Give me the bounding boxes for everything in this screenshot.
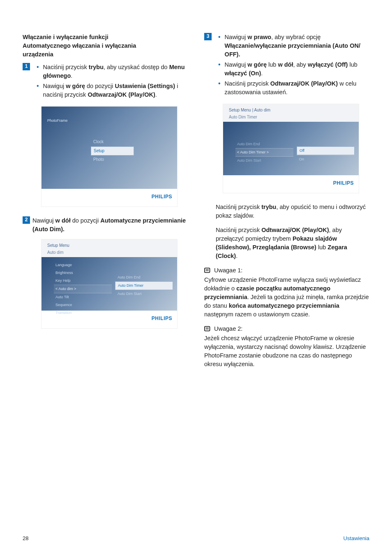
menu-item: Transition bbox=[54, 309, 112, 317]
menu-item: Key Help bbox=[54, 277, 112, 285]
note-label: Uwagae 1: bbox=[214, 266, 242, 275]
philips-logo: PHILIPS bbox=[333, 180, 354, 186]
paragraph: Naciśnij przycisk trybu, aby opuścić to … bbox=[216, 203, 369, 220]
bullet-icon: • bbox=[37, 82, 39, 99]
menu-item: Clock bbox=[91, 138, 134, 146]
menu-item: Auto Dim Start bbox=[115, 290, 173, 298]
step-number-badge: 2 bbox=[23, 216, 30, 224]
menu-item: On bbox=[297, 155, 355, 163]
step-text: Nawiguj w górę do pozycji Ustawienia (Se… bbox=[43, 82, 188, 99]
step-text: Naciśnij przycisk Odtwarzaj/OK (Play/OK)… bbox=[225, 79, 369, 97]
step-number-badge: 1 bbox=[23, 63, 30, 70]
screenshot-auto-dim-timer: Setup Menu | Auto dim Auto Dim Timer Aut… bbox=[223, 104, 359, 193]
right-column: 3 • Nawiguj w prawo, aby wybrać opcję Wł… bbox=[204, 33, 369, 369]
step-number-badge: 3 bbox=[204, 33, 212, 40]
menu-item: Auto Dim End bbox=[235, 140, 293, 148]
note-label: Uwagae 2: bbox=[214, 325, 242, 333]
menu-item-selected: Auto Dim Timer bbox=[115, 281, 173, 290]
menu-item: Sequence bbox=[54, 301, 112, 309]
breadcrumb: Setup Menu | Auto dim bbox=[229, 107, 353, 114]
heading-line: Włączanie i wyłączanie funkcji bbox=[23, 34, 108, 40]
menu-item: Brightness bbox=[54, 269, 112, 277]
menu-item: Photo bbox=[91, 155, 134, 164]
menu-item-selected: < Auto dim > bbox=[54, 285, 112, 293]
submenu-title: Auto dim bbox=[47, 250, 171, 256]
section-name: Ustawienia bbox=[343, 535, 369, 543]
screenshot-setup-menu: Setup Menu Auto dim Language Brightness … bbox=[42, 239, 177, 328]
step-text: Nawiguj w górę lub w dół, aby wyłączyć (… bbox=[225, 60, 369, 78]
screenshot-main-menu: PhotoFrame Clock Setup Photo PHILIPS bbox=[42, 107, 177, 207]
step-text: Nawiguj w prawo, aby wybrać opcję Włącza… bbox=[225, 33, 369, 59]
svg-rect-0 bbox=[205, 268, 210, 273]
menu-item: Auto Dim Start bbox=[235, 157, 293, 165]
step-1: 1 • Naciśnij przycisk trybu, aby uzyskać… bbox=[23, 63, 188, 101]
menu-item: Auto Dim End bbox=[115, 274, 173, 281]
note-2: Uwagae 2: bbox=[204, 325, 369, 333]
menu-item-selected: Setup bbox=[91, 146, 134, 156]
note-body: Cyfrowe urządzenie PhotoFrame wyłącza sw… bbox=[204, 276, 369, 319]
philips-logo: PHILIPS bbox=[152, 316, 172, 321]
left-column: Włączanie i wyłączanie funkcji Automatyc… bbox=[23, 33, 188, 369]
menu-item-selected: < Auto Dim Timer > bbox=[235, 148, 293, 157]
menu-item: Auto Tilt bbox=[54, 293, 112, 301]
paragraph: Naciśnij przycisk Odtwarzaj/OK (Play/OK)… bbox=[216, 226, 369, 260]
heading-line: Automatycznego włączania i wyłączania bbox=[23, 42, 136, 49]
logo-text: PhotoFrame bbox=[47, 118, 68, 123]
svg-rect-3 bbox=[205, 327, 210, 331]
step-2: 2 Nawiguj w dół do pozycji Automatyczne … bbox=[23, 216, 188, 234]
step-3: 3 • Nawiguj w prawo, aby wybrać opcję Wł… bbox=[204, 33, 369, 98]
heading-line: urządzenia bbox=[23, 51, 53, 58]
submenu-title: Auto Dim Timer bbox=[229, 114, 353, 121]
page-number: 28 bbox=[23, 535, 28, 543]
note-1: Uwagae 1: bbox=[204, 266, 369, 275]
bullet-icon: • bbox=[37, 63, 39, 80]
breadcrumb: Setup Menu bbox=[47, 243, 171, 249]
philips-logo: PHILIPS bbox=[152, 194, 172, 200]
menu-item-selected: Off bbox=[297, 146, 355, 155]
bullet-icon: • bbox=[218, 60, 221, 78]
step-text: Nawiguj w dół do pozycji Automatyczne pr… bbox=[32, 216, 188, 234]
bullet-icon: • bbox=[218, 33, 221, 59]
bullet-icon: • bbox=[218, 79, 221, 97]
step-text: Naciśnij przycisk trybu, aby uzyskać dos… bbox=[43, 63, 188, 80]
note-icon bbox=[204, 325, 212, 332]
section-heading: Włączanie i wyłączanie funkcji Automatyc… bbox=[23, 33, 188, 59]
page-footer: 28 Ustawienia bbox=[23, 535, 369, 543]
menu-item: Language bbox=[54, 261, 112, 269]
note-body: Jeżeli chcesz włączyć urządzenie PhotoFr… bbox=[204, 334, 369, 369]
note-icon bbox=[204, 267, 212, 274]
